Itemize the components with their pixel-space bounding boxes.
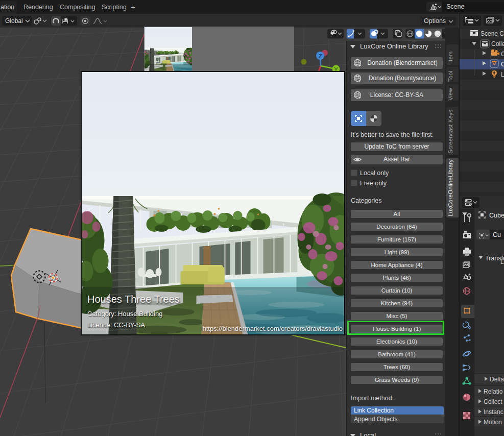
- svg-text:C: C: [501, 51, 504, 58]
- svg-text:Delta: Delta: [490, 376, 504, 383]
- svg-text:Z: Z: [319, 53, 322, 59]
- svg-text:L: L: [501, 71, 504, 78]
- svg-text:Cube: Cube: [489, 212, 504, 219]
- svg-text:Cu: Cu: [493, 231, 501, 238]
- svg-text:Motion: Motion: [484, 419, 502, 426]
- svg-text:L: L: [500, 258, 504, 265]
- svg-text:Colle: Colle: [491, 40, 504, 47]
- svg-text:Relatio: Relatio: [484, 388, 503, 395]
- svg-text:C: C: [501, 61, 504, 68]
- svg-text:Scene Co: Scene Co: [481, 30, 504, 37]
- svg-text:Instanc: Instanc: [484, 408, 503, 416]
- svg-text:Collect: Collect: [484, 398, 502, 405]
